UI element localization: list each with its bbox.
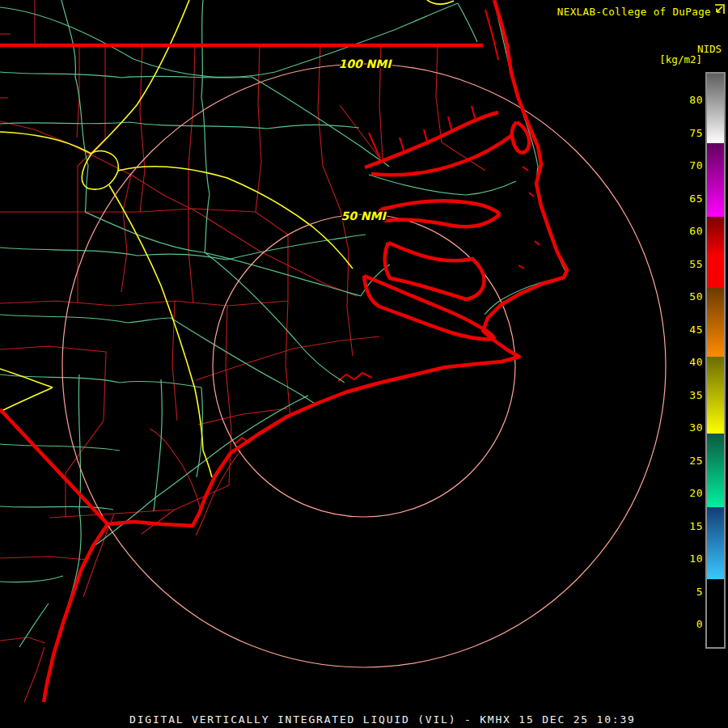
scale-segment [707, 357, 724, 434]
scale-segment [707, 434, 724, 507]
radar-map: 100 NMI 50 NMI [0, 0, 728, 702]
scale-tick-label: 25 [689, 454, 703, 466]
coastline [0, 0, 567, 702]
scale-tick-label: 35 [689, 388, 703, 400]
scale-segment [707, 217, 724, 288]
scale-tick-label: 10 [689, 552, 703, 565]
scale-tick-label: 40 [689, 356, 703, 368]
scale-tick-label: 65 [689, 192, 703, 204]
scale-units: [kg/m2] [659, 53, 702, 66]
scale-segment [707, 143, 724, 217]
highway-network-yellow [0, 0, 454, 477]
scale-tick-label: 0 [696, 618, 703, 630]
scale-segment [707, 288, 724, 357]
scale-tick-label: 45 [689, 323, 703, 335]
scale-segment [707, 507, 724, 579]
scale-tick-label: 60 [689, 225, 703, 237]
shoreline-detail [235, 10, 540, 444]
range-ring-label-50nmi: 50 NMI [341, 210, 387, 222]
scale-tick-label: 75 [689, 126, 703, 138]
radar-product-view: 100 NMI 50 NMI NEXLAB-College of DuPage … [0, 0, 728, 728]
cod-logo-icon [713, 3, 726, 15]
scale-tick-label: 55 [689, 257, 703, 269]
scale-tick-label: 15 [689, 519, 703, 531]
scale-tick-label: 70 [689, 159, 703, 171]
range-rings [62, 64, 666, 667]
range-ring-label-100nmi: 100 NMI [339, 57, 393, 70]
range-ring-100nmi [62, 64, 666, 667]
scale-tick-label: 30 [689, 421, 703, 434]
road-network-green [0, 0, 565, 702]
color-scale-bar [705, 72, 726, 649]
scale-segment [707, 579, 724, 647]
product-caption: DIGITAL VERTICALLY INTEGRATED LIQUID (VI… [129, 713, 636, 726]
scale-tick-label: 20 [689, 487, 703, 499]
scale-tick-label: 5 [696, 585, 703, 597]
credit-text: NEXLAB-College of DuPage [557, 6, 711, 18]
scale-tick-label: 80 [689, 94, 703, 106]
scale-tick-label: 50 [689, 290, 703, 303]
scale-segment [707, 74, 724, 143]
